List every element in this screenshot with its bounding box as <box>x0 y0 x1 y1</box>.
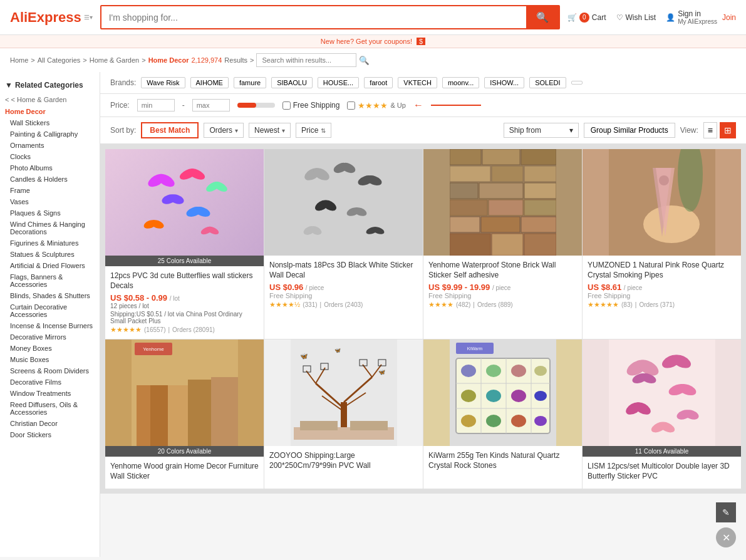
sidebar-item-window-treatments[interactable]: Window Treatments <box>0 388 100 399</box>
sidebar-item-vases[interactable]: Vases <box>0 196 100 207</box>
sidebar-item-reed-diffusers[interactable]: Reed Diffusers, Oils & Accessories <box>0 399 100 418</box>
sidebar-item-christian-decor[interactable]: Christian Decor <box>0 418 100 429</box>
grid-view-button[interactable]: ⊞ <box>720 122 736 138</box>
cart-button[interactable]: 🛒 0 Cart <box>567 13 606 23</box>
brand-ishow[interactable]: SOLEDI <box>529 77 566 88</box>
breadcrumb-home-garden[interactable]: Home & Garden <box>90 56 139 64</box>
newest-dropdown[interactable]: Newest ▾ <box>249 123 291 138</box>
search-button[interactable]: 🔍 <box>526 6 559 28</box>
brand-house[interactable]: faroot <box>364 77 393 88</box>
wishlist-label: Wish List <box>626 13 656 22</box>
svg-point-51 <box>659 175 669 185</box>
svg-point-27 <box>371 226 385 236</box>
svg-rect-84 <box>300 421 338 430</box>
group-similar-button[interactable]: Group Similar Products <box>584 123 675 138</box>
brand-famure[interactable]: SIBAOLU <box>271 77 313 88</box>
join-label[interactable]: Join <box>722 13 736 22</box>
sidebar-item-decorative-films[interactable]: Decorative Films <box>0 376 100 388</box>
svg-point-104 <box>534 416 547 426</box>
promo-bar[interactable]: New here? Get your coupons! $ <box>0 35 746 48</box>
sidebar-item-clocks[interactable]: Clocks <box>0 151 100 162</box>
newest-chevron-icon: ▾ <box>282 127 285 134</box>
stars-filter-checkbox[interactable]: ★★★★ & Up <box>347 101 405 110</box>
sidebar-item-frame[interactable]: Frame <box>0 185 100 196</box>
product-card-4[interactable]: YUMZONED 1 Natural Pink Rose Quartz Crys… <box>583 149 741 339</box>
brand-soledi[interactable] <box>571 81 583 85</box>
price-min-input[interactable] <box>137 99 175 111</box>
menu-icon[interactable]: ☰▾ <box>84 14 93 21</box>
signin-button[interactable]: 👤 Sign in My AliExpress Join <box>666 9 736 25</box>
brand-aihome[interactable]: famure <box>234 77 266 88</box>
sidebar-item-photo-albums[interactable]: Photo Albums <box>0 162 100 174</box>
sidebar-item-curtain[interactable]: Curtain Decorative Accessories <box>0 301 100 320</box>
ship-from-chevron-icon: ▾ <box>569 126 573 135</box>
sidebar-item-painting[interactable]: Painting & Calligraphy <box>0 128 100 140</box>
shipping-info-1: Shipping:US $0.51 / lot via China Post O… <box>110 311 259 324</box>
sidebar-item-decorative-mirrors[interactable]: Decorative Mirrors <box>0 331 100 343</box>
sidebar-item-blinds[interactable]: Blinds, Shades & Shutters <box>0 290 100 301</box>
view-icons: ≡ ⊞ <box>703 122 736 138</box>
list-view-button[interactable]: ≡ <box>703 122 717 138</box>
sidebar-item-flags[interactable]: Flags, Banners & Accessories <box>0 271 100 290</box>
sidebar-item-wind-chimes[interactable]: Wind Chimes & Hanging Decorations <box>0 219 100 237</box>
ship-from-select[interactable]: Ship from ▾ <box>504 123 579 138</box>
sidebar-item-artificial-flowers[interactable]: Artificial & Dried Flowers <box>0 260 100 271</box>
product-info-4: YUMZONED 1 Natural Pink Rose Quartz Crys… <box>583 256 741 314</box>
sidebar-item-money-boxes[interactable]: Money Boxes <box>0 343 100 354</box>
price-slider[interactable] <box>237 103 275 108</box>
product-card-2[interactable]: Nonslp-mats 18Pcs 3D Black White Sticker… <box>264 149 423 339</box>
product-card-7[interactable]: KiWarm KiWarm 255g Ten Kinds Natural Qua… <box>423 340 582 489</box>
sidebar-item-ornaments[interactable]: Ornaments <box>0 140 100 151</box>
sidebar-home-garden[interactable]: < < Home & Garden <box>0 93 100 106</box>
brand-vktech[interactable]: moonv... <box>442 77 479 88</box>
sidebar-item-home-decor[interactable]: Home Decor <box>0 106 100 117</box>
product-thumbnail-4 <box>609 149 715 256</box>
float-close-button[interactable]: ✕ <box>716 527 736 547</box>
sidebar-item-candles[interactable]: Candles & Holders <box>0 174 100 185</box>
product-card-3[interactable]: Yenhome Waterproof Stone Brick Wall Stic… <box>423 149 582 339</box>
sidebar-item-door-stickers[interactable]: Door Stickers <box>0 429 100 440</box>
product-thumbnail-2 <box>291 149 397 256</box>
price-dropdown[interactable]: Price ⇅ <box>296 123 331 138</box>
orders-dropdown[interactable]: Orders ▾ <box>204 123 244 138</box>
brand-wonzom[interactable]: AIHOME <box>190 77 229 88</box>
logo[interactable]: AliExpress ☰▾ <box>10 9 93 26</box>
wishlist-button[interactable]: ♡ Wish List <box>616 13 656 22</box>
sidebar-item-screens[interactable]: Screens & Room Dividers <box>0 365 100 376</box>
product-card-5[interactable]: Yenhome 20 Colors Available Yenhome Wood… <box>105 340 264 489</box>
search-results-input[interactable] <box>256 53 356 67</box>
free-shipping-input[interactable] <box>282 101 291 110</box>
sidebar-item-plaques[interactable]: Plaques & Signs <box>0 207 100 219</box>
best-match-button[interactable]: Best Match <box>141 122 199 138</box>
svg-point-96 <box>534 366 547 376</box>
header-right: 🛒 0 Cart ♡ Wish List 👤 Sign in My AliExp… <box>567 9 736 25</box>
search-input[interactable] <box>101 8 526 28</box>
sidebar-item-wall-stickers[interactable]: Wall Stickers <box>0 117 100 128</box>
price-max-input[interactable] <box>192 99 230 111</box>
sidebar-item-music-boxes[interactable]: Music Boxes <box>0 354 100 365</box>
stars-up-label: & Up <box>390 101 405 109</box>
product-image-3 <box>423 149 582 256</box>
product-card-1[interactable]: 25 Colors Available 12pcs PVC 3d cute Bu… <box>105 149 264 339</box>
sidebar-item-statues[interactable]: Statues & Sculptures <box>0 249 100 260</box>
brand-wave-risk[interactable]: Wave Risk <box>141 77 185 88</box>
sidebar-item-incense[interactable]: Incense & Incense Burners <box>0 320 100 331</box>
brand-sibaolu[interactable]: HOUSE... <box>318 77 359 88</box>
svg-rect-44 <box>450 234 490 256</box>
search-results-button[interactable]: 🔍 <box>359 56 370 65</box>
breadcrumb-all-categories[interactable]: All Categories <box>38 56 80 64</box>
price-value-4: US $8.61 <box>588 283 621 292</box>
product-card-8[interactable]: 11 Colors Available LISM 12pcs/set Multi… <box>583 340 741 489</box>
stars-filter-input[interactable] <box>347 101 355 110</box>
breadcrumb-home[interactable]: Home <box>10 56 28 64</box>
color-count-1: 25 Colors Available <box>105 256 264 266</box>
pieces-1: 12 pieces / lot <box>110 303 259 309</box>
brand-moonv[interactable]: ISHOW... <box>484 77 524 88</box>
float-edit-button[interactable]: ✎ <box>716 502 736 522</box>
product-card-6[interactable]: 🦋 🦋 🦋 ZOOYOO Shipping:Large 200*250Cm/79… <box>264 340 423 489</box>
price-dash: - <box>182 101 185 110</box>
brand-faroot[interactable]: VKTECH <box>398 77 437 88</box>
sidebar-item-figurines[interactable]: Figurines & Miniatures <box>0 237 100 249</box>
free-shipping-checkbox[interactable]: Free Shipping <box>282 101 340 110</box>
cart-label: Cart <box>592 13 606 22</box>
